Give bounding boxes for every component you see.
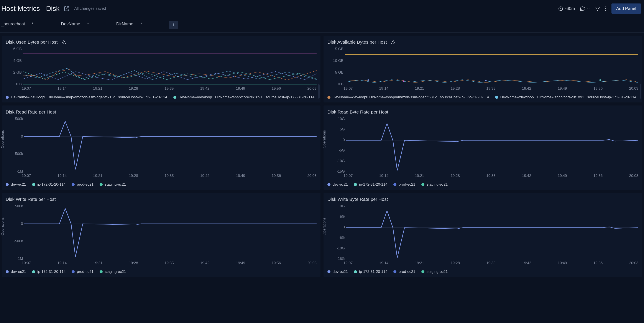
warning-icon[interactable] bbox=[62, 40, 66, 45]
svg-point-2 bbox=[606, 8, 606, 9]
svg-point-10 bbox=[485, 80, 486, 81]
legend: dev-ec21 ip-172-31-20-114 prod-ec21 stag… bbox=[6, 182, 316, 187]
legend-item[interactable]: DevName=/dev/loop0 DirName=/snap/amazon-… bbox=[6, 95, 167, 99]
y-axis-label: Operations bbox=[322, 217, 326, 235]
legend-item[interactable]: prod-ec21 bbox=[72, 182, 94, 187]
filter-label: DevName bbox=[61, 22, 80, 27]
clock-icon bbox=[558, 6, 563, 11]
legend-item[interactable]: DevName=/dev/loop1 DirName=/snap/core20/… bbox=[173, 95, 314, 99]
share-icon[interactable] bbox=[64, 6, 70, 12]
filter-label: _sourcehost bbox=[1, 22, 25, 27]
y-axis: 500k0 -500k-1M bbox=[6, 117, 23, 174]
panel-write-byte: Disk Write Byte Rate per Host Operations… bbox=[324, 193, 642, 277]
panel-write-rate: Disk Write Rate per Host Operations 500k… bbox=[2, 193, 320, 277]
filter-dirname[interactable]: DirName * bbox=[116, 22, 146, 28]
time-range-value: -60m bbox=[565, 6, 575, 11]
legend: DevName=/dev/loop0 DirName=/snap/amazon-… bbox=[6, 95, 316, 99]
legend: dev-ec21 ip-172-31-20-114 prod-ec21 stag… bbox=[6, 270, 316, 274]
y-axis: 10G5G 0-5G -10G-15G bbox=[328, 117, 345, 174]
filter-bar: _sourcehost * DevName * DirName * + bbox=[0, 17, 644, 33]
x-axis: 19:0719:1419:21 19:2819:3519:42 19:4919:… bbox=[344, 261, 638, 267]
legend-item[interactable]: staging-ec21 bbox=[422, 182, 448, 187]
legend-item[interactable]: DevName=/dev/loop0 DirName=/snap/amazon-… bbox=[328, 95, 489, 99]
svg-point-1 bbox=[606, 6, 606, 7]
warning-icon[interactable] bbox=[391, 40, 396, 45]
filter-value[interactable]: * bbox=[28, 22, 38, 28]
filter-value[interactable]: * bbox=[83, 22, 93, 28]
plot-area bbox=[24, 118, 316, 174]
panel-title: Disk Write Byte Rate per Host bbox=[328, 197, 388, 202]
legend-item[interactable]: staging-ec21 bbox=[100, 270, 126, 274]
filter-devname[interactable]: DevName * bbox=[61, 22, 93, 28]
svg-point-8 bbox=[367, 80, 369, 81]
legend-item[interactable]: dev-ec21 bbox=[6, 182, 26, 187]
y-axis-label: Operations bbox=[322, 130, 326, 148]
legend-item[interactable]: ip-172-31-20-114 bbox=[32, 270, 66, 274]
legend-item[interactable]: ip-172-31-20-114 bbox=[32, 182, 66, 187]
legend-item[interactable]: prod-ec21 bbox=[394, 270, 415, 274]
panel-disk-available: Disk Available Bytes per Host 15 GB10 GB… bbox=[324, 36, 642, 103]
svg-point-4 bbox=[64, 43, 64, 44]
plot-area bbox=[23, 48, 316, 86]
more-icon[interactable] bbox=[605, 6, 607, 11]
panel-title: Disk Read Rate per Host bbox=[6, 109, 56, 115]
filter-sourcehost[interactable]: _sourcehost * bbox=[1, 22, 38, 28]
svg-point-11 bbox=[599, 80, 601, 81]
panel-disk-used: Disk Used Bytes per Host 6 GB4 GB 2 GB0 … bbox=[2, 36, 320, 103]
x-axis: 19:0719:1419:21 19:2819:3519:42 19:4919:… bbox=[344, 174, 638, 180]
legend-item[interactable]: prod-ec21 bbox=[394, 182, 415, 187]
panel-read-rate: Disk Read Rate per Host Operations 500k0… bbox=[2, 106, 320, 190]
chart[interactable]: 6 GB4 GB 2 GB0 B 19:0719:1419:21 19:2819… bbox=[6, 47, 316, 93]
y-axis: 15 GB10 GB 5 GB0 B bbox=[328, 47, 344, 86]
legend-item[interactable]: dev-ec21 bbox=[328, 182, 348, 187]
legend-item[interactable]: staging-ec21 bbox=[422, 270, 448, 274]
time-range-picker[interactable]: -60m bbox=[558, 6, 575, 11]
add-filter-button[interactable]: + bbox=[169, 21, 178, 29]
legend-item[interactable]: ip-172-31-20-114 bbox=[354, 182, 387, 187]
legend-item[interactable]: staging-ec21 bbox=[100, 182, 126, 187]
filter-icon[interactable] bbox=[595, 6, 600, 11]
legend-item[interactable]: dev-ec21 bbox=[6, 270, 26, 274]
legend-item[interactable]: ip-172-31-20-114 bbox=[354, 270, 387, 274]
y-axis-label: Operations bbox=[0, 130, 5, 148]
y-axis-label: Operations bbox=[0, 217, 5, 235]
plot-area bbox=[24, 205, 316, 261]
refresh-picker[interactable] bbox=[580, 6, 590, 11]
plot-area bbox=[346, 118, 638, 174]
legend: DevName=/dev/loop0 DirName=/snap/amazon-… bbox=[328, 95, 638, 99]
add-panel-button[interactable]: Add Panel bbox=[612, 4, 641, 14]
y-axis: 6 GB4 GB 2 GB0 B bbox=[6, 47, 22, 86]
panel-title: Disk Available Bytes per Host bbox=[328, 40, 387, 45]
plot-area bbox=[345, 48, 638, 86]
page-title: Host Metrics - Disk bbox=[1, 5, 60, 13]
chart[interactable]: Operations 500k0 -500k-1M 19:0719:1419:2… bbox=[6, 117, 316, 180]
plot-area bbox=[346, 205, 638, 261]
svg-point-9 bbox=[403, 81, 404, 82]
filter-label: DirName bbox=[116, 22, 133, 27]
legend: dev-ec21 ip-172-31-20-114 prod-ec21 stag… bbox=[328, 182, 638, 187]
panel-title: Disk Read Byte Rate per Host bbox=[328, 109, 388, 115]
filter-value[interactable]: * bbox=[136, 22, 146, 28]
legend-item[interactable]: prod-ec21 bbox=[72, 270, 94, 274]
x-axis: 19:0719:1419:21 19:2819:3519:42 19:4919:… bbox=[344, 86, 638, 93]
chevron-down-icon bbox=[587, 7, 590, 11]
legend-item[interactable]: dev-ec21 bbox=[328, 270, 348, 274]
svg-point-6 bbox=[393, 43, 394, 44]
svg-point-3 bbox=[606, 10, 606, 11]
legend: dev-ec21 ip-172-31-20-114 prod-ec21 stag… bbox=[328, 270, 638, 274]
chart[interactable]: Operations 500k0 -500k-1M 19:0719:1419:2… bbox=[6, 204, 316, 267]
x-axis: 19:0719:1419:21 19:2819:3519:42 19:4919:… bbox=[22, 86, 316, 93]
dashboard-header: Host Metrics - Disk All changes saved -6… bbox=[0, 0, 644, 17]
chart[interactable]: Operations 10G5G 0-5G -10G-15G 19:0719:1… bbox=[328, 204, 638, 267]
panel-read-byte: Disk Read Byte Rate per Host Operations … bbox=[324, 106, 642, 190]
legend-scrollbar[interactable] bbox=[318, 84, 320, 99]
save-status: All changes saved bbox=[74, 6, 106, 11]
chart[interactable]: Operations 10G5G 0-5G -10G-15G 19:0719:1… bbox=[328, 117, 638, 180]
panel-grid: Disk Used Bytes per Host 6 GB4 GB 2 GB0 … bbox=[0, 33, 644, 279]
y-axis: 10G5G 0-5G -10G-15G bbox=[328, 204, 345, 261]
legend-scrollbar[interactable] bbox=[640, 84, 642, 99]
chart[interactable]: 15 GB10 GB 5 GB0 B 19:0719:1419:21 19:28… bbox=[328, 47, 638, 93]
legend-item[interactable]: DevName=/dev/loop1 DirName=/snap/core20/… bbox=[495, 95, 636, 99]
x-axis: 19:0719:1419:21 19:2819:3519:42 19:4919:… bbox=[22, 261, 316, 267]
refresh-icon bbox=[580, 6, 585, 11]
